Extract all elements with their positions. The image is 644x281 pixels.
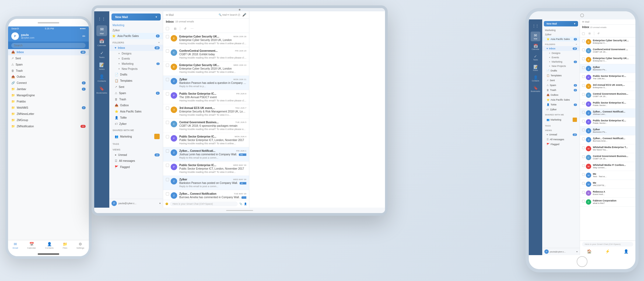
- pr-filter-btn[interactable]: ⊟: [587, 31, 592, 36]
- sidebar-item-notes[interactable]: 📝 Notes: [96, 61, 107, 72]
- pr-tab-calendar[interactable]: ⚡: [605, 249, 610, 253]
- pr-folder-spam[interactable]: ⚠ Spam 4: [542, 83, 580, 88]
- pr-email-item[interactable]: E Enterprise Cyber Security UK... Enterp…: [580, 37, 635, 46]
- pr-view-all-messages[interactable]: ☰ All messages: [542, 137, 580, 142]
- pr-email-item[interactable]: C Central Government Busines... CGBT UK …: [580, 153, 635, 162]
- attachment-icon[interactable]: 📎: [239, 203, 242, 205]
- view-conversation-badge[interactable]: View Conversation: [239, 153, 246, 156]
- pr-email-item-unread[interactable]: Z Zylker Bankston Pe...: [580, 126, 635, 135]
- pr-new-mail-button[interactable]: New Mail ▾: [544, 21, 578, 26]
- pr-folder-trash[interactable]: 🗑 Trash 6: [542, 88, 580, 92]
- pr-subfolder-marketing[interactable]: ✦ Marketing 1: [542, 60, 580, 64]
- email-item[interactable]: C ConfereCentral Government... FRI JUN 1…: [163, 47, 249, 61]
- tab-contacts[interactable]: 👤 Contacts: [45, 242, 54, 249]
- pr-email-item[interactable]: Z Zylker... Connect Notificati... Burrow…: [580, 135, 635, 144]
- compose-button[interactable]: ✏: [82, 34, 86, 38]
- subfolder-designs[interactable]: ✦ Designs: [109, 51, 163, 56]
- pr-view-unread[interactable]: ● Unread 15: [542, 132, 580, 137]
- pr-tag-marketing[interactable]: Marketing: [542, 28, 580, 32]
- pr-contacts-icon[interactable]: 👤 Contacts: [531, 74, 540, 83]
- pr-bookmarks-icon[interactable]: 🔖 Bookmarks: [531, 84, 540, 94]
- folder-zylker[interactable]: 🏷 Zylker: [109, 121, 163, 127]
- pr-folder-inbox[interactable]: ▾ Inbox 15: [542, 46, 580, 51]
- pr-subfolder-newprojects[interactable]: ✦ New Projects: [542, 64, 580, 68]
- pr-notes-icon[interactable]: 📝 Notes: [531, 63, 540, 73]
- pr-email-item-unread[interactable]: Z Zylker Bankston Pe...: [580, 64, 635, 73]
- folder-jambav[interactable]: 📁 Jambav 1: [8, 86, 89, 92]
- refresh-button[interactable]: ↺: [182, 26, 188, 31]
- pr-email-item[interactable]: E Enterprise Cyber Security UK... Enterp…: [580, 55, 635, 64]
- pr-email-item[interactable]: F Fabtron Corporation what is this?: [580, 198, 635, 207]
- pr-shared-marketing[interactable]: 👥 Marketing: [542, 116, 580, 123]
- pr-email-item-unread[interactable]: Z Zylker... Connect Notificati... Joshua…: [580, 109, 635, 118]
- view-unread[interactable]: ● Unread 18: [109, 152, 163, 158]
- email-item[interactable]: E Enterprise Cyber Security UK... WED JU…: [163, 61, 249, 76]
- pr-email-item[interactable]: R Rebecca A Event Invit...: [580, 189, 635, 198]
- pr-email-checkbox[interactable]: [582, 93, 585, 96]
- email-checkbox[interactable]: [166, 92, 169, 95]
- search-icon-small[interactable]: 🔍 Mail ▾ Search (/): [219, 13, 240, 16]
- pr-email-item[interactable]: P Public Sector Enterprise IC... The 10t…: [580, 73, 635, 82]
- person-icon[interactable]: 👤: [244, 203, 247, 205]
- shared-marketing[interactable]: 👥 Marketing: [109, 132, 163, 140]
- pr-mail-icon[interactable]: ✉ Mail: [531, 32, 540, 41]
- email-checkbox[interactable]: [166, 149, 169, 153]
- subfolder-newprojects[interactable]: ✦ New Projects: [109, 66, 163, 71]
- email-checkbox[interactable]: [166, 192, 169, 196]
- sidebar-item-calendar[interactable]: 📅 Calendar: [96, 37, 107, 48]
- view-conversation-badge[interactable]: View Conversation: [240, 182, 246, 184]
- user-dropdown-icon[interactable]: ▾: [159, 202, 161, 205]
- pr-email-item[interactable]: M Me #ACCEPTE...: [580, 180, 635, 189]
- folder-inbox[interactable]: 📥 Inbox 15: [8, 49, 89, 55]
- pr-calendar-icon[interactable]: 📅 Calendar: [531, 42, 540, 52]
- sidebar-grid-icon[interactable]: ⋮⋮: [96, 13, 107, 24]
- pr-tasks-icon[interactable]: ✓ Tasks: [531, 53, 540, 62]
- pr-asia-pacific[interactable]: ⭐ Asia Pacific Sales 5: [542, 37, 580, 42]
- folder-sent[interactable]: ↗ Sent: [109, 84, 163, 90]
- tab-files[interactable]: 📁 Files: [63, 242, 67, 249]
- folder-spam[interactable]: ⚠ Spam: [8, 61, 89, 68]
- asia-pacific-item[interactable]: ⭐ Asia Pacific Sales 5: [109, 33, 163, 39]
- pr-email-checkbox[interactable]: [582, 182, 585, 185]
- pr-email-checkbox[interactable]: [582, 155, 585, 158]
- pr-email-item[interactable]: 3 3rd Annual ECS UK event,... Enterprise…: [580, 82, 635, 91]
- folder-asiapacificsales[interactable]: ⭐ Asia Pacific Sales: [109, 108, 163, 115]
- view-conversation-badge[interactable]: View Conversation: [242, 196, 246, 199]
- sidebar-item-bookmarks[interactable]: 🔖 Bookmarks: [96, 85, 107, 95]
- pr-folder-templates[interactable]: 📋 Templates: [542, 73, 580, 78]
- email-checkbox[interactable]: [166, 121, 169, 124]
- mic-icon[interactable]: 🎤: [242, 13, 246, 17]
- folder-webnms[interactable]: 📁 WebNMS 3: [8, 105, 89, 111]
- email-checkbox[interactable]: [166, 107, 169, 110]
- new-mail-button[interactable]: New Mail ▾: [111, 13, 161, 20]
- pr-email-checkbox[interactable]: [582, 49, 585, 51]
- email-item[interactable]: E Enterprise Cyber Security UK... MON JU…: [163, 33, 249, 47]
- pr-folder-outbox[interactable]: 📤 Outbox: [542, 92, 580, 97]
- folder-drafts[interactable]: 📄 Drafts: [109, 71, 163, 78]
- pr-smart-chat-input[interactable]: Here is your Smart Chat (Ctrl+Space): [582, 242, 633, 246]
- pr-email-item[interactable]: P Public Sector Enterprise IC... Public …: [580, 100, 635, 109]
- email-item[interactable]: P Public Sector Enterprise IC... FRI JUN…: [163, 90, 249, 104]
- email-checkbox[interactable]: [166, 78, 169, 81]
- pr-email-checkbox[interactable]: [582, 138, 585, 140]
- pr-email-checkbox[interactable]: [582, 164, 585, 167]
- tab-email[interactable]: ✉ Email: [13, 242, 18, 249]
- tab-settings[interactable]: ⚙ Settings: [76, 242, 84, 249]
- folder-outbox[interactable]: 📤 Outbox: [8, 74, 89, 80]
- search-input[interactable]: [11, 43, 86, 48]
- pr-user-panel[interactable]: P paula@zyker.c... ▾: [542, 248, 580, 255]
- filter-button[interactable]: ⊟: [172, 26, 178, 31]
- email-checkbox[interactable]: [166, 164, 169, 167]
- folder-manageengine[interactable]: 📁 ManageEngine: [8, 92, 89, 98]
- email-checkbox[interactable]: [166, 178, 169, 181]
- email-checkbox[interactable]: [166, 49, 169, 53]
- folder-trash[interactable]: 🗑 Trash: [109, 96, 163, 102]
- email-item-unread[interactable]: Z Zylker... Connect Notificati... FRI JU…: [163, 147, 249, 162]
- pr-subfolder-designs[interactable]: ✦ Designs: [542, 51, 580, 55]
- pr-subfolder-events[interactable]: ✦ Events: [542, 55, 580, 60]
- pr-folder-sent[interactable]: ↗ Sent: [542, 78, 580, 83]
- pr-email-item[interactable]: M Me Test - Test w...: [580, 171, 635, 180]
- pr-email-checkbox[interactable]: [582, 57, 585, 60]
- pr-email-item[interactable]: W Whitehall Media Enterprise T... We Nee…: [580, 144, 635, 153]
- email-item[interactable]: 3 3rd Annual ECS UK event,... THU JUN 7 …: [163, 104, 249, 119]
